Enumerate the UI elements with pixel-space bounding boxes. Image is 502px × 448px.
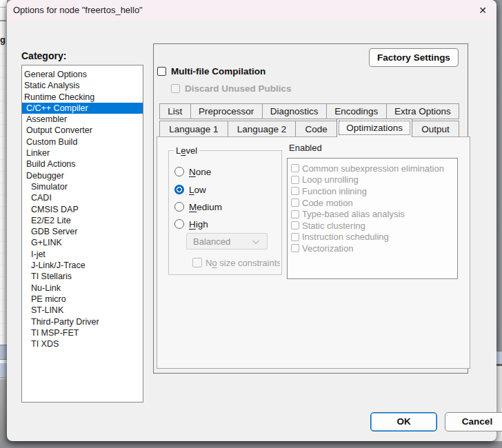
level-radio-none[interactable]: None bbox=[174, 165, 211, 178]
category-item-general-options[interactable]: General Options bbox=[22, 69, 143, 80]
background-gray-area bbox=[0, 379, 7, 448]
no-size-constraints-label: No size constraints bbox=[205, 258, 280, 268]
optimization-strategy-value: Balanced bbox=[187, 236, 254, 247]
category-item-e2-e2-lite[interactable]: E2/E2 Lite bbox=[22, 215, 143, 226]
background-left-strip: g bbox=[0, 0, 7, 448]
level-radio-label-low: Low bbox=[189, 185, 206, 195]
enabled-option-static-clustering: Static clustering bbox=[291, 220, 457, 232]
category-item-custom-build[interactable]: Custom Build bbox=[22, 136, 143, 147]
category-label: Category: bbox=[21, 50, 66, 61]
multi-file-compilation-checkbox[interactable]: Multi-file Compilation bbox=[157, 66, 265, 77]
category-item-ti-stellaris[interactable]: TI Stellaris bbox=[22, 271, 143, 282]
enabled-option-type-based-alias-analysis: Type-based alias analysis bbox=[291, 208, 457, 220]
enabled-option-label: Loop unrolling bbox=[302, 174, 359, 185]
radio-icon bbox=[174, 219, 184, 229]
checkbox-icon bbox=[291, 210, 299, 218]
category-item-linker[interactable]: Linker bbox=[22, 147, 143, 159]
enabled-option-label: Common subexpression elimination bbox=[302, 163, 444, 174]
category-item-g-link[interactable]: G+LINK bbox=[22, 237, 143, 248]
category-item-ti-xds[interactable]: TI XDS bbox=[22, 338, 143, 349]
category-item-third-party-driver[interactable]: Third-Party Driver bbox=[22, 316, 143, 327]
tab-preprocessor[interactable]: Preprocessor bbox=[190, 103, 263, 119]
category-item-build-actions[interactable]: Build Actions bbox=[22, 159, 143, 170]
background-selected-row bbox=[0, 363, 7, 378]
dialog-titlebar[interactable]: Options for node "freertos_hello" ✕ bbox=[7, 0, 496, 21]
tab-output[interactable]: Output bbox=[412, 121, 459, 137]
category-item-debugger[interactable]: Debugger bbox=[22, 170, 143, 181]
level-radio-low[interactable]: Low bbox=[174, 183, 206, 196]
background-selected-row bbox=[0, 345, 7, 360]
tab-language-2[interactable]: Language 2 bbox=[228, 121, 297, 137]
close-icon: ✕ bbox=[479, 5, 487, 16]
category-item-simulator[interactable]: Simulator bbox=[22, 181, 143, 192]
category-item-cmsis-dap[interactable]: CMSIS DAP bbox=[22, 204, 143, 215]
checkbox-icon bbox=[291, 233, 299, 241]
options-dialog: Options for node "freertos_hello" ✕ Cate… bbox=[7, 0, 496, 441]
enabled-option-label: Vectorization bbox=[302, 243, 353, 254]
category-item-static-analysis[interactable]: Static Analysis bbox=[22, 80, 143, 91]
enabled-option-label: Instruction scheduling bbox=[302, 232, 389, 242]
enabled-option-label: Static clustering bbox=[302, 221, 365, 231]
background-tree-lines bbox=[0, 54, 6, 346]
category-item-ti-msp-fet[interactable]: TI MSP-FET bbox=[22, 327, 143, 338]
level-radio-label-high: High bbox=[189, 219, 208, 230]
background-clipped-text: g bbox=[0, 34, 7, 48]
category-item-runtime-checking[interactable]: Runtime Checking bbox=[22, 92, 143, 103]
close-button[interactable]: ✕ bbox=[474, 3, 491, 18]
tab-language-1[interactable]: Language 1 bbox=[159, 121, 228, 137]
level-radio-label-none: None bbox=[189, 167, 211, 177]
enabled-option-function-inlining: Function inlining bbox=[291, 185, 457, 197]
enabled-option-vectorization: Vectorization bbox=[291, 243, 457, 254]
checkbox-icon bbox=[291, 221, 299, 230]
checkbox-icon bbox=[291, 176, 299, 184]
radio-icon bbox=[174, 185, 184, 194]
tab-encodings[interactable]: Encodings bbox=[326, 103, 387, 119]
checkbox-icon bbox=[291, 187, 299, 195]
category-item-output-converter[interactable]: Output Converter bbox=[22, 125, 143, 136]
enabled-option-code-motion: Code motion bbox=[291, 197, 457, 209]
level-group-label: Level bbox=[174, 145, 199, 156]
discard-unused-publics-label: Discard Unused Publics bbox=[185, 83, 292, 94]
category-item-nu-link[interactable]: Nu-Link bbox=[22, 283, 143, 294]
background-divider bbox=[0, 20, 6, 21]
factory-settings-button[interactable]: Factory Settings bbox=[369, 48, 459, 67]
tab-extra-options[interactable]: Extra Options bbox=[386, 103, 459, 119]
category-list[interactable]: General OptionsStatic AnalysisRuntime Ch… bbox=[21, 65, 143, 403]
checkbox-icon bbox=[192, 258, 202, 267]
ok-button[interactable]: OK bbox=[370, 412, 437, 431]
no-size-constraints-checkbox: No size constraints bbox=[192, 256, 280, 269]
category-item-i-jet[interactable]: I-jet bbox=[22, 249, 143, 260]
category-item-assembler[interactable]: Assembler bbox=[22, 114, 143, 125]
checkbox-icon bbox=[291, 244, 299, 252]
checkbox-icon bbox=[291, 164, 299, 172]
radio-icon bbox=[174, 202, 184, 212]
level-radio-medium[interactable]: Medium bbox=[174, 201, 222, 213]
level-group: Level NoneLowMediumHigh Balanced No size… bbox=[168, 150, 282, 275]
tab-row-1: ListPreprocessorDiagnosticsEncodingsExtr… bbox=[159, 103, 459, 119]
radio-icon bbox=[174, 167, 184, 176]
enabled-option-label: Function inlining bbox=[302, 186, 367, 196]
category-item-c-c-compiler[interactable]: C/C++ Compiler bbox=[22, 103, 143, 114]
checkbox-icon bbox=[291, 198, 299, 207]
category-item-j-link-j-trace[interactable]: J-Link/J-Trace bbox=[22, 260, 143, 271]
tab-code[interactable]: Code bbox=[295, 121, 337, 137]
category-item-pe-micro[interactable]: PE micro bbox=[22, 294, 143, 305]
enabled-options-list: Common subexpression eliminationLoop unr… bbox=[287, 158, 458, 279]
background-divider bbox=[0, 7, 6, 8]
cancel-button[interactable]: Cancel bbox=[445, 412, 502, 431]
screen: g Options for node "freertos_hello" ✕ Ca… bbox=[0, 0, 502, 448]
level-radio-high[interactable]: High bbox=[174, 218, 208, 230]
enabled-option-common-subexpression-elimination: Common subexpression elimination bbox=[291, 163, 457, 174]
category-item-cadi[interactable]: CADI bbox=[22, 192, 143, 203]
tab-diagnostics[interactable]: Diagnostics bbox=[262, 103, 327, 119]
dialog-title: Options for node "freertos_hello" bbox=[13, 0, 143, 21]
category-item-st-link[interactable]: ST-LINK bbox=[22, 305, 143, 316]
tab-list[interactable]: List bbox=[159, 103, 191, 119]
category-item-gdb-server[interactable]: GDB Server bbox=[22, 226, 143, 237]
tab-optimizations[interactable]: Optimizations bbox=[337, 119, 412, 137]
enabled-option-label: Code motion bbox=[302, 198, 353, 208]
tab-page-optimizations: Level NoneLowMediumHigh Balanced No size… bbox=[157, 136, 470, 369]
level-radio-label-medium: Medium bbox=[189, 202, 222, 212]
tab-row-2: Language 1Language 2CodeOptimizationsOut… bbox=[159, 119, 459, 137]
enabled-label: Enabled bbox=[289, 143, 322, 153]
